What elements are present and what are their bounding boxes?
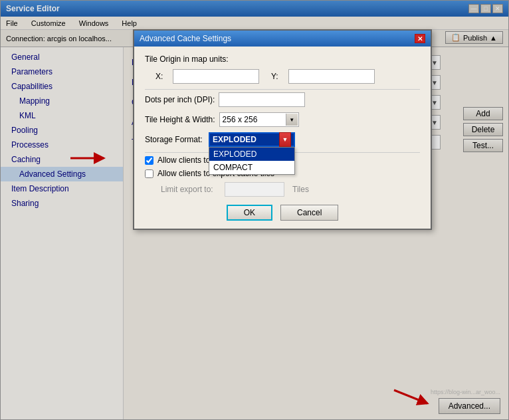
allow-export-checkbox[interactable] [145,169,153,178]
tile-origin-label: Tile Origin in map units: [145,54,420,64]
storage-format-value: EXPLODED [213,135,256,144]
storage-format-dropdown: EXPLODED COMPACT [209,147,295,175]
dpi-input[interactable]: 96 [219,92,305,107]
tiles-label: Tiles [292,185,309,194]
cancel-button[interactable]: Cancel [280,205,338,221]
dialog-title: Advanced Cache Settings [140,34,231,43]
limit-export-input: 100000 [225,182,284,197]
dpi-row: Dots per inch (DPI): 96 [145,92,420,107]
storage-format-arrow-btn[interactable]: ▼ [279,132,291,147]
allow-cache-local-checkbox[interactable] [145,156,153,165]
tile-size-select[interactable]: 256 x 256 [219,112,299,127]
y-input[interactable]: 20037508.342787 [288,69,375,84]
storage-option-exploded[interactable]: EXPLODED [209,148,294,161]
tile-size-dropdown-wrapper: 256 x 256 ▼ [219,112,299,127]
storage-format-label: Storage Format: [145,132,205,147]
storage-format-selected[interactable]: EXPLODED ▼ [209,132,295,147]
limit-export-row: Limit export to: 100000 Tiles [145,182,420,197]
ok-button[interactable]: OK [227,205,272,221]
tile-size-row: Tile Height & Width: 256 x 256 ▼ [145,112,420,127]
tile-origin-row: X: -20037508.342787 Y: 20037508.342787 [145,69,420,84]
dialog-overlay: Advanced Cache Settings ✕ Tile Origin in… [0,0,509,420]
tile-size-label: Tile Height & Width: [145,115,215,124]
y-label: Y: [271,72,284,81]
storage-option-compact[interactable]: COMPACT [209,161,294,174]
advanced-cache-dialog: Advanced Cache Settings ✕ Tile Origin in… [133,29,432,230]
limit-export-label: Limit export to: [161,185,221,194]
storage-format-container: EXPLODED ▼ EXPLODED COMPACT [209,132,295,147]
storage-format-row: Storage Format: EXPLODED ▼ EXPLODED COMP… [145,132,420,147]
dialog-button-row: OK Cancel [145,205,420,221]
x-input[interactable]: -20037508.342787 [173,69,259,84]
x-label: X: [155,72,169,81]
dpi-label: Dots per inch (DPI): [145,95,215,104]
dialog-close-button[interactable]: ✕ [415,34,425,43]
dialog-title-bar: Advanced Cache Settings ✕ [134,31,431,47]
dialog-body: Tile Origin in map units: X: -20037508.3… [134,47,431,229]
